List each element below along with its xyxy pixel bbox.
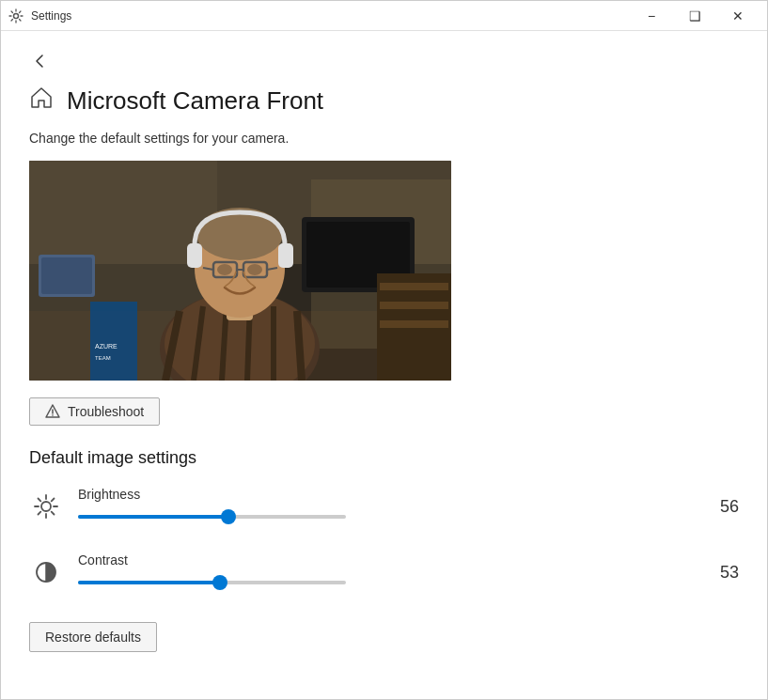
contrast-label: Contrast <box>78 552 686 568</box>
titlebar: Settings − ❑ ✕ <box>1 1 767 31</box>
warning-icon <box>45 404 60 419</box>
svg-line-47 <box>39 512 41 515</box>
troubleshoot-button[interactable]: Troubleshoot <box>29 397 160 426</box>
brightness-thumb[interactable] <box>221 509 236 524</box>
titlebar-controls: − ❑ ✕ <box>630 1 760 31</box>
brightness-slider-container: Brightness <box>78 487 686 526</box>
svg-text:TEAM: TEAM <box>95 355 111 361</box>
svg-line-19 <box>297 311 302 381</box>
maximize-button[interactable]: ❑ <box>673 1 716 31</box>
brightness-label: Brightness <box>78 487 686 502</box>
contrast-value: 53 <box>701 563 739 583</box>
contrast-slider-container: Contrast <box>78 552 686 592</box>
contrast-icon <box>33 559 59 585</box>
troubleshoot-label: Troubleshoot <box>68 404 144 419</box>
close-button[interactable]: ✕ <box>716 1 760 31</box>
camera-preview-inner: AZURE TEAM <box>29 161 451 381</box>
svg-rect-31 <box>278 243 293 268</box>
svg-rect-10 <box>380 302 448 309</box>
svg-point-0 <box>14 13 19 18</box>
svg-point-39 <box>41 502 51 511</box>
page-header: Microsoft Camera Front <box>29 86 739 116</box>
brightness-slider-track <box>78 507 346 526</box>
sun-icon <box>33 493 59 520</box>
contrast-row: Contrast 53 <box>29 552 739 592</box>
subtitle: Change the default settings for your cam… <box>29 131 739 146</box>
section-title: Default image settings <box>29 448 739 468</box>
titlebar-title: Settings <box>31 9 630 23</box>
contrast-thumb[interactable] <box>212 575 227 590</box>
svg-line-46 <box>52 499 55 502</box>
back-button[interactable] <box>29 50 52 76</box>
contrast-icon-container <box>29 555 63 589</box>
page-title: Microsoft Camera Front <box>67 86 323 116</box>
camera-preview: AZURE TEAM <box>29 161 451 381</box>
content-area: Microsoft Camera Front Change the defaul… <box>1 31 767 699</box>
contrast-slider-track <box>78 573 346 592</box>
settings-icon <box>8 8 24 23</box>
back-icon <box>33 54 48 69</box>
home-svg <box>29 86 54 110</box>
svg-rect-30 <box>187 243 202 268</box>
svg-rect-11 <box>380 320 448 328</box>
svg-point-38 <box>52 414 54 416</box>
settings-window: Settings − ❑ ✕ Microsoft Camera Front <box>0 0 768 700</box>
camera-image: AZURE TEAM <box>29 161 451 381</box>
minimize-button[interactable]: − <box>630 1 673 31</box>
brightness-row: Brightness 56 <box>29 487 739 526</box>
svg-line-44 <box>39 499 41 502</box>
restore-label: Restore defaults <box>45 630 141 645</box>
svg-point-29 <box>247 264 262 275</box>
home-icon <box>29 86 54 116</box>
restore-defaults-button[interactable]: Restore defaults <box>29 622 157 652</box>
brightness-icon-container <box>29 490 63 523</box>
svg-rect-9 <box>380 283 448 290</box>
svg-rect-34 <box>90 302 137 381</box>
svg-point-28 <box>217 264 232 275</box>
svg-line-45 <box>52 512 55 515</box>
contrast-track-filled <box>78 581 220 584</box>
svg-point-22 <box>196 208 283 260</box>
brightness-value: 56 <box>701 497 739 517</box>
brightness-track-filled <box>78 515 228 519</box>
svg-rect-33 <box>41 257 92 294</box>
svg-text:AZURE: AZURE <box>95 343 118 350</box>
